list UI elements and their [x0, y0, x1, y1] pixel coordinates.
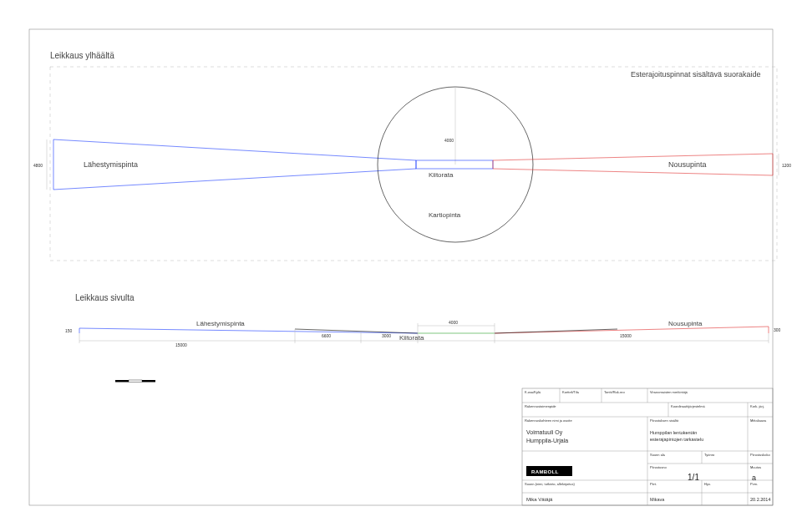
lbl-rakennustoimenpide: Rakennustoimenpide: [525, 404, 556, 408]
lbl-kortteli: Kortteli/Tila: [562, 390, 580, 394]
svg-rect-24: [142, 380, 155, 383]
svg-line-1: [53, 169, 416, 190]
cone-label: Kartiopinta: [429, 211, 461, 219]
climb-line-side: [495, 327, 769, 333]
lbl-suunn-nimi: Suunn.(nimi, tutkinto, allekirjoitus): [525, 482, 575, 486]
val-site: Humppila-Urjala: [526, 438, 568, 444]
title-block: K.osa/Kylä Kortteli/Tila Tontti/Rak.nro …: [522, 388, 773, 505]
scale-bar: [115, 380, 155, 383]
lbl-suunnala: Suunn ala: [650, 453, 666, 457]
approach-label-top: Lähestymispinta: [84, 160, 138, 169]
side-view-group: 150 Lähestymispinta Kiitorata Nousupinta…: [65, 320, 781, 347]
runway-label-top: Kiitorata: [429, 171, 454, 179]
lbl-rakennuskohteen: Rakennuskohteen nimi ja osoite: [525, 418, 572, 423]
val-content2: esterajapintojen tarkastelu: [650, 437, 703, 442]
lbl-viranomaisten: Viranomaisten merkintöjä: [650, 390, 688, 394]
dim-4000: 4000: [449, 320, 458, 325]
val-content1: Humppilan lentokentän: [650, 430, 697, 435]
approach-label-side: Lähestymispinta: [196, 320, 245, 327]
climb-label-top: Nousupinta: [668, 160, 707, 169]
dim-3000: 3000: [382, 333, 391, 338]
bounding-note: Esterajoituspinnat sisältävä suorakaide: [631, 70, 761, 79]
lbl-pvm: Pvm.: [750, 482, 758, 486]
lbl-tontti: Tontti/Rak.nro: [604, 390, 625, 394]
climb-surface-top: [493, 154, 773, 175]
dim-6600: 6600: [322, 333, 331, 338]
dim-15000-b: 15000: [620, 333, 632, 338]
runway-label-side: Kiitorata: [399, 334, 424, 342]
val-designer: Mika Vätäjä: [526, 497, 553, 502]
svg-rect-23: [129, 380, 142, 383]
dim-left-end: 4800: [33, 163, 43, 168]
svg-line-10: [295, 329, 418, 333]
val-date: 20.2.2014: [750, 497, 770, 502]
runway-top: [416, 160, 493, 169]
top-view-title: Leikkaus ylhäältä: [50, 51, 114, 60]
lbl-piirkoko: Piirustuskoko: [750, 453, 771, 457]
val-company: Voimatuuli Oy: [526, 429, 563, 436]
svg-line-0: [53, 139, 416, 160]
lbl-piirsisalto: Piirustuksen sisältö: [650, 418, 679, 423]
val-piirt: Mikava: [650, 497, 665, 502]
svg-rect-22: [115, 380, 129, 383]
val-revision: a: [752, 474, 756, 482]
svg-line-4: [493, 154, 773, 160]
dim-15000-a: 15000: [175, 342, 187, 347]
dim-radius: 4000: [444, 138, 454, 143]
lbl-koordinaatti: Koordinaattijärjestelmä: [671, 404, 705, 408]
dim-right-height: 300: [774, 327, 781, 332]
lbl-tyono: Työnro: [704, 453, 715, 457]
lbl-kosa: K.osa/Kylä: [525, 390, 541, 394]
val-sheet: 1/1: [688, 473, 699, 482]
lbl-hyv: Hyv.: [704, 482, 711, 486]
approach-line-side: [79, 328, 418, 333]
lbl-mittakaava: Mittakaava: [750, 418, 767, 423]
lbl-korkjarj: Kork. järj.: [750, 404, 764, 408]
svg-line-5: [493, 169, 773, 175]
lbl-muutos: Muutos: [750, 465, 761, 469]
logo-text: RAMBOLL: [531, 469, 559, 474]
dim-left-height: 150: [65, 328, 73, 333]
dim-right-end: 1200: [782, 163, 791, 168]
side-view-title: Leikkaus sivulta: [75, 293, 135, 302]
lbl-piirt: Piirt.: [650, 482, 657, 486]
climb-label-side: Nousupinta: [668, 320, 703, 327]
svg-line-11: [495, 329, 617, 333]
drawing-canvas: Leikkaus ylhäältä Esterajoituspinnat sis…: [0, 0, 802, 532]
lbl-piirno: Piirustusno: [650, 465, 667, 469]
